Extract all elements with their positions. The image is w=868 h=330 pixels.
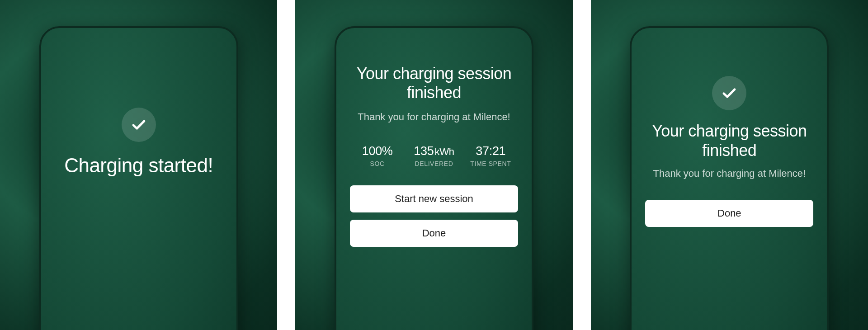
panel-session-finished-detailed: Your charging session finished Thank you…	[295, 0, 572, 330]
page-subtitle: Thank you for charging at Milence!	[358, 110, 510, 124]
phone-frame: Your charging session finished Thank you…	[335, 26, 533, 330]
start-new-session-button[interactable]: Start new session	[350, 185, 518, 212]
screen-content: Charging started!	[41, 28, 236, 330]
page-title: Charging started!	[64, 154, 213, 177]
page-subtitle: Thank you for charging at Milence!	[653, 166, 806, 181]
panel-charging-started: Charging started!	[0, 0, 277, 330]
panel-session-finished-simple: Your charging session finished Thank you…	[591, 0, 868, 330]
page-title: Your charging session finished	[645, 121, 813, 160]
check-icon	[122, 108, 156, 142]
done-button[interactable]: Done	[645, 200, 813, 227]
stat-delivered-label: DELIVERED	[407, 160, 460, 167]
stat-soc-label: SOC	[351, 160, 404, 167]
button-group: Start new session Done	[350, 185, 518, 247]
screen-content: Your charging session finished Thank you…	[336, 28, 532, 330]
button-group: Done	[645, 200, 813, 227]
page-title: Your charging session finished	[350, 64, 518, 103]
phone-frame: Your charging session finished Thank you…	[630, 26, 829, 330]
screen-content: Your charging session finished Thank you…	[632, 28, 827, 330]
done-button[interactable]: Done	[350, 220, 518, 247]
stat-soc: 100% SOC	[351, 144, 404, 167]
phone-frame: Charging started!	[39, 26, 238, 330]
stat-delivered: 135kWh DELIVERED	[407, 144, 460, 167]
stat-time: 37:21 TIME SPENT	[464, 144, 517, 167]
stat-delivered-number: 135	[414, 144, 434, 158]
stat-time-value: 37:21	[464, 144, 517, 158]
stat-time-label: TIME SPENT	[464, 160, 517, 167]
stat-delivered-unit: kWh	[435, 146, 454, 157]
stat-soc-value: 100%	[351, 144, 404, 158]
session-stats: 100% SOC 135kWh DELIVERED 37:21 TIME SPE…	[350, 144, 518, 167]
stat-delivered-value: 135kWh	[407, 144, 460, 158]
check-icon	[712, 76, 746, 110]
